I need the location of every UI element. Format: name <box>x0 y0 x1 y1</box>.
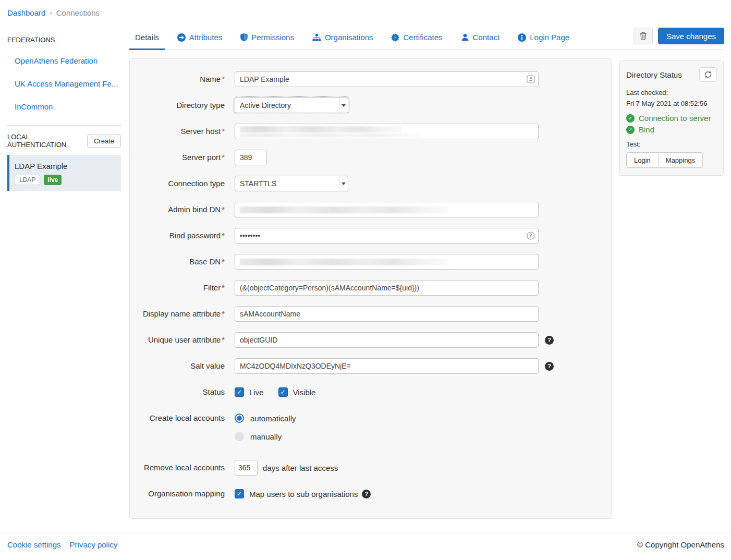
name-label: Name* <box>130 71 225 87</box>
directory-status-title: Directory Status <box>626 70 682 79</box>
sidebar-item-incommon[interactable]: InCommon <box>15 102 121 111</box>
arrow-right-circle-icon <box>177 33 186 42</box>
live-checkbox-label: Live <box>249 388 264 397</box>
create-button[interactable]: Create <box>87 135 121 148</box>
save-changes-button[interactable]: Save changes <box>658 28 724 44</box>
base-dn-label: Base DN* <box>130 254 225 270</box>
redacted-value <box>240 126 401 132</box>
live-checkbox[interactable]: ✓ <box>235 387 244 397</box>
local-authentication-heading: LOCAL AUTHENTICATION <box>7 133 87 149</box>
ldap-type-badge: LDAP <box>15 175 40 185</box>
privacy-policy-link[interactable]: Privacy policy <box>70 540 118 549</box>
visible-checkbox[interactable]: ✓ <box>278 387 288 397</box>
tab-contact[interactable]: Contact <box>455 28 506 50</box>
redacted-value <box>240 133 422 137</box>
federations-heading: FEDERATIONS <box>7 36 121 44</box>
tab-contact-label: Contact <box>473 33 500 42</box>
name-input[interactable] <box>235 71 539 87</box>
sitemap-icon <box>312 33 321 42</box>
required-marker: * <box>222 205 225 214</box>
connection-type-label: Connection type <box>130 176 225 191</box>
test-mappings-button[interactable]: Mappings <box>659 152 703 168</box>
admin-bind-dn-label: Admin bind DN* <box>130 202 225 217</box>
filter-input[interactable] <box>235 280 539 296</box>
bind-password-label: Bind password* <box>130 228 225 244</box>
filter-label: Filter* <box>130 280 225 296</box>
tab-login-page[interactable]: Login Page <box>512 28 575 50</box>
base-dn-input[interactable] <box>235 254 539 270</box>
connection-to-server-status: Connection to server <box>639 114 711 123</box>
person-icon <box>461 33 469 42</box>
test-login-button[interactable]: Login <box>626 152 659 168</box>
shield-icon <box>240 33 248 42</box>
remove-local-accounts-input[interactable] <box>235 460 258 476</box>
required-marker: * <box>222 309 225 318</box>
redacted-value <box>240 206 448 213</box>
remove-local-accounts-label: Remove local accounts <box>130 460 225 476</box>
directory-type-select[interactable]: Active Directory <box>235 98 348 113</box>
footer: Cookie settings Privacy policy © Copyrig… <box>0 532 731 560</box>
salt-value-input[interactable] <box>235 358 539 374</box>
bind-password-input[interactable] <box>235 228 539 244</box>
connection-type-select[interactable]: STARTTLS <box>235 176 348 191</box>
chevron-down-icon <box>339 176 348 191</box>
organisation-mapping-label: Organisation mapping <box>130 486 225 502</box>
automatically-radio[interactable] <box>235 413 244 423</box>
help-icon[interactable]: ? <box>545 336 554 345</box>
test-label: Test: <box>626 140 717 148</box>
tab-attributes[interactable]: Attributes <box>172 28 228 50</box>
directory-type-label: Directory type <box>130 98 225 113</box>
info-circle-icon <box>518 33 526 42</box>
password-key-icon[interactable] <box>527 232 535 240</box>
cookie-settings-link[interactable]: Cookie settings <box>7 540 61 549</box>
tab-details-label: Details <box>135 33 159 42</box>
sidebar-item-uk-access-management[interactable]: UK Access Management Fe... <box>15 79 121 88</box>
directory-status-panel: Directory Status Last checked: Fri 7 May… <box>619 60 724 176</box>
breadcrumb-dashboard-link[interactable]: Dashboard <box>7 8 45 17</box>
visible-checkbox-label: Visible <box>293 388 316 397</box>
connection-name: LDAP Example <box>15 162 116 171</box>
tab-details[interactable]: Details <box>129 28 165 50</box>
copyright-text: © Copyright OpenAthens <box>637 540 724 549</box>
success-check-icon: ✓ <box>626 126 635 134</box>
certificate-seal-icon <box>391 33 399 42</box>
automatically-radio-label: automatically <box>250 414 296 423</box>
tab-organisations[interactable]: Organisations <box>307 28 379 50</box>
sidebar-divider <box>7 125 121 126</box>
breadcrumb: Dashboard › Connections <box>0 0 731 17</box>
map-users-checkbox[interactable]: ✓ <box>235 489 244 498</box>
delete-button[interactable] <box>633 28 653 44</box>
unique-user-attribute-input[interactable] <box>235 332 539 348</box>
check-icon: ✓ <box>281 389 286 395</box>
tab-permissions[interactable]: Permissions <box>235 28 300 50</box>
display-name-attribute-label: Display name attribute* <box>130 306 225 322</box>
breadcrumb-current: Connections <box>56 8 100 17</box>
sidebar: FEDERATIONS OpenAthens Federation UK Acc… <box>7 28 121 519</box>
required-marker: * <box>222 335 225 344</box>
refresh-button[interactable] <box>699 67 717 82</box>
server-port-input[interactable] <box>235 150 267 165</box>
admin-bind-dn-input[interactable] <box>235 202 539 217</box>
success-check-icon: ✓ <box>626 114 635 123</box>
required-marker: * <box>222 127 225 136</box>
status-label: Status <box>130 384 225 400</box>
last-checked-label: Last checked: <box>626 89 717 96</box>
autofill-icon[interactable] <box>527 75 535 83</box>
breadcrumb-separator-icon: › <box>50 9 52 17</box>
server-host-input[interactable] <box>235 124 539 139</box>
tab-certificates-label: Certificates <box>403 33 442 42</box>
create-local-accounts-label: Create local accounts <box>130 410 225 426</box>
sidebar-item-openathens-federation[interactable]: OpenAthens Federation <box>15 56 121 65</box>
tab-certificates[interactable]: Certificates <box>385 28 448 50</box>
sidebar-item-ldap-example[interactable]: LDAP Example LDAP live <box>7 155 121 191</box>
help-icon[interactable]: ? <box>362 490 371 498</box>
check-icon: ✓ <box>237 491 242 497</box>
manually-radio[interactable] <box>235 432 244 441</box>
live-status-badge: live <box>44 175 62 185</box>
tab-bar: Details Attributes Permissions Organisat… <box>129 28 724 50</box>
required-marker: * <box>222 283 225 292</box>
display-name-attribute-input[interactable] <box>235 306 539 322</box>
redacted-value <box>240 259 448 265</box>
layout: FEDERATIONS OpenAthens Federation UK Acc… <box>0 28 731 519</box>
help-icon[interactable]: ? <box>545 362 554 371</box>
